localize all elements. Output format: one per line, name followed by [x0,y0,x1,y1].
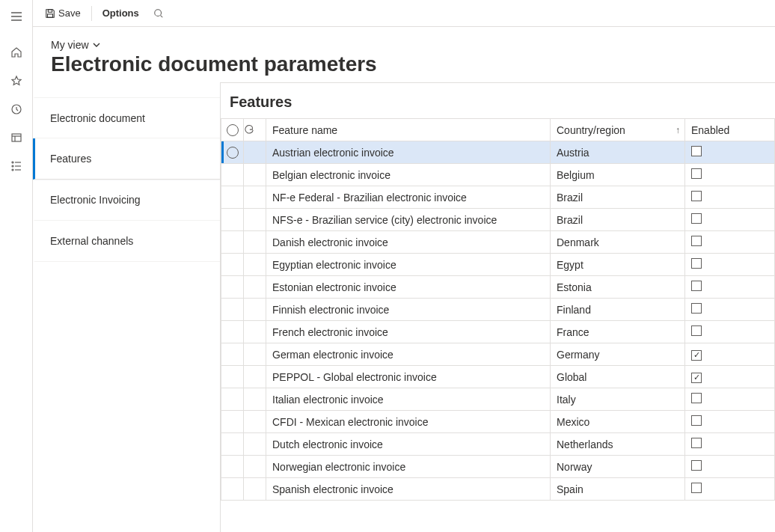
cell-feature-name[interactable]: Spanish electronic invoice [266,478,551,501]
table-row[interactable]: Estonian electronic invoiceEstonia [221,276,775,299]
cell-feature-name[interactable]: Egyptian electronic invoice [266,254,551,276]
row-selector[interactable] [221,164,244,186]
cell-enabled[interactable] [685,321,775,343]
cell-country[interactable]: Austria [551,141,685,164]
cell-country[interactable]: Netherlands [551,433,685,456]
refresh-header[interactable] [244,119,266,141]
cell-country[interactable]: Spain [551,478,685,501]
cell-enabled[interactable] [685,164,775,186]
row-selector[interactable] [221,254,244,276]
cell-feature-name[interactable]: PEPPOL - Global electronic invoice [266,366,551,388]
row-selector[interactable] [221,186,244,209]
cell-country[interactable]: Italy [551,388,685,411]
table-row[interactable]: Finnish electronic invoiceFinland [221,299,775,321]
enabled-checkbox[interactable] [691,236,702,246]
home-icon[interactable] [0,39,33,66]
search-button[interactable] [147,3,171,24]
cell-country[interactable]: Brazil [551,186,685,209]
modules-icon[interactable] [0,153,33,180]
cell-feature-name[interactable]: Austrian electronic invoice [266,141,551,164]
table-row[interactable]: Belgian electronic invoiceBelgium [221,164,775,186]
row-selector[interactable] [221,299,244,321]
cell-enabled[interactable] [685,388,775,411]
cell-feature-name[interactable]: Norwegian electronic invoice [266,456,551,478]
table-row[interactable]: Dutch electronic invoiceNetherlands [221,433,775,456]
row-selector[interactable] [221,321,244,343]
cell-feature-name[interactable]: French electronic invoice [266,321,551,343]
cell-country[interactable]: Norway [551,456,685,478]
cell-feature-name[interactable]: Dutch electronic invoice [266,433,551,456]
favorites-icon[interactable] [0,67,33,94]
table-row[interactable]: CFDI - Mexican electronic invoiceMexico [221,411,775,433]
enabled-checkbox[interactable] [691,213,702,224]
cell-feature-name[interactable]: Finnish electronic invoice [266,299,551,321]
cell-country[interactable]: Egypt [551,254,685,276]
enabled-checkbox[interactable] [691,146,702,156]
enabled-checkbox[interactable] [691,415,702,426]
column-feature-name[interactable]: Feature name [266,119,551,141]
enabled-checkbox[interactable] [691,168,702,179]
row-selector[interactable] [221,366,244,388]
enabled-checkbox[interactable] [691,483,702,493]
cell-feature-name[interactable]: Estonian electronic invoice [266,276,551,299]
table-row[interactable]: Spanish electronic invoiceSpain [221,478,775,501]
table-row[interactable]: Danish electronic invoiceDenmark [221,231,775,254]
row-selector[interactable] [221,231,244,254]
cell-feature-name[interactable]: CFDI - Mexican electronic invoice [266,411,551,433]
cell-feature-name[interactable]: Danish electronic invoice [266,231,551,254]
table-row[interactable]: PEPPOL - Global electronic invoiceGlobal [221,366,775,388]
cell-enabled[interactable] [685,456,775,478]
table-row[interactable]: Austrian electronic invoiceAustria [221,141,775,164]
column-country[interactable]: Country/region ↑ [551,119,685,141]
tab-external-channels[interactable]: External channels [33,221,220,262]
cell-enabled[interactable] [685,343,775,366]
row-selector[interactable] [221,141,244,164]
tab-electronic-invoicing[interactable]: Electronic Invoicing [33,180,220,221]
enabled-checkbox[interactable] [691,191,702,201]
row-selector[interactable] [221,388,244,411]
recent-icon[interactable] [0,96,33,123]
row-selector[interactable] [221,209,244,231]
cell-enabled[interactable] [685,254,775,276]
enabled-checkbox[interactable] [691,303,702,314]
enabled-checkbox[interactable] [691,258,702,269]
row-selector[interactable] [221,456,244,478]
row-selector[interactable] [221,343,244,366]
view-selector[interactable]: My view [51,39,757,51]
select-all-header[interactable] [221,119,244,141]
enabled-checkbox[interactable] [691,281,702,291]
cell-enabled[interactable] [685,276,775,299]
cell-country[interactable]: Belgium [551,164,685,186]
row-selector[interactable] [221,433,244,456]
column-enabled[interactable]: Enabled [685,119,775,141]
cell-enabled[interactable] [685,366,775,388]
cell-country[interactable]: Global [551,366,685,388]
table-row[interactable]: Italian electronic invoiceItaly [221,388,775,411]
cell-country[interactable]: France [551,321,685,343]
table-row[interactable]: Egyptian electronic invoiceEgypt [221,254,775,276]
cell-country[interactable]: Mexico [551,411,685,433]
row-selector[interactable] [221,411,244,433]
cell-feature-name[interactable]: German electronic invoice [266,343,551,366]
tab-electronic-document[interactable]: Electronic document [33,97,220,138]
table-row[interactable]: NFS-e - Brazilian service (city) electro… [221,209,775,231]
enabled-checkbox[interactable] [691,438,702,448]
table-row[interactable]: Norwegian electronic invoiceNorway [221,456,775,478]
enabled-checkbox[interactable] [691,393,702,403]
hamburger-icon[interactable] [0,3,33,30]
row-selector[interactable] [221,276,244,299]
cell-feature-name[interactable]: Belgian electronic invoice [266,164,551,186]
enabled-checkbox[interactable] [691,325,702,336]
table-row[interactable]: German electronic invoiceGermany [221,343,775,366]
options-button[interactable]: Options [97,3,145,24]
enabled-checkbox[interactable] [691,373,702,383]
cell-country[interactable]: Germany [551,343,685,366]
enabled-checkbox[interactable] [691,460,702,471]
cell-enabled[interactable] [685,141,775,164]
cell-enabled[interactable] [685,231,775,254]
cell-enabled[interactable] [685,411,775,433]
cell-feature-name[interactable]: Italian electronic invoice [266,388,551,411]
cell-enabled[interactable] [685,209,775,231]
enabled-checkbox[interactable] [691,350,702,361]
cell-enabled[interactable] [685,299,775,321]
